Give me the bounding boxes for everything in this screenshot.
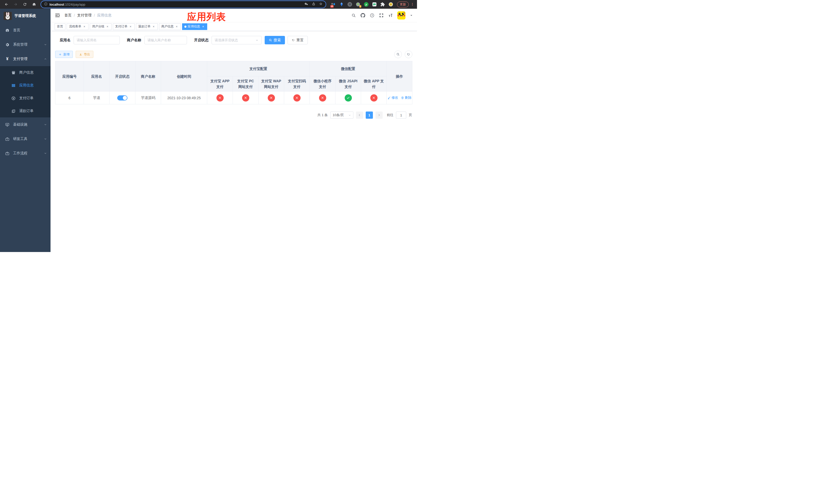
chevron-down-icon bbox=[44, 137, 47, 140]
sidebar-item-home[interactable]: 首页 bbox=[0, 23, 50, 38]
font-size-icon[interactable] bbox=[388, 13, 393, 18]
refresh-button[interactable] bbox=[405, 50, 412, 58]
sidebar-item-payment[interactable]: ¥ 支付管理 bbox=[0, 52, 50, 66]
merchant-name-input-wrap bbox=[145, 36, 187, 44]
col-app-name: 应用名 bbox=[84, 61, 110, 92]
status-indicator bbox=[268, 94, 275, 101]
sidebar-item-system[interactable]: 系统管理 bbox=[0, 38, 50, 52]
extension-puzzle-icon[interactable] bbox=[380, 2, 385, 7]
close-icon[interactable]: × bbox=[83, 25, 86, 28]
status-indicator bbox=[370, 94, 377, 101]
caret-down-icon[interactable] bbox=[410, 14, 413, 17]
sidebar: 芋道管理系统 首页 系统管理 ¥ 支付管理 商户信息 bbox=[0, 9, 50, 252]
breadcrumb-current: 应用信息 bbox=[97, 13, 112, 18]
gear-icon bbox=[5, 43, 9, 47]
col-actions: 操作 bbox=[387, 61, 412, 92]
sidebar-item-label: 应用信息 bbox=[19, 83, 47, 88]
app-name-input[interactable] bbox=[77, 38, 117, 42]
search-icon[interactable] bbox=[351, 13, 356, 18]
home-icon[interactable] bbox=[30, 1, 38, 8]
forward-icon[interactable] bbox=[12, 1, 20, 8]
extension-recorder-icon[interactable]: 1 bbox=[355, 2, 360, 7]
sidebar-item-workflow[interactable]: 工作流程 bbox=[0, 146, 50, 160]
extension-yudao-icon[interactable]: y bbox=[364, 2, 369, 7]
shop-icon bbox=[11, 70, 16, 75]
extension-pin-icon[interactable]: 10 bbox=[331, 2, 336, 7]
chevron-left-icon bbox=[358, 114, 361, 117]
svg-text:?: ? bbox=[371, 14, 373, 17]
bookmark-star-icon[interactable] bbox=[319, 2, 323, 7]
search-button[interactable]: 搜索 bbox=[265, 36, 285, 44]
cell-app-name: 芋道 bbox=[84, 92, 110, 104]
tags-view-bar: 首页 流程表单× 用户分组× 支付订单× 退款订单× 商户信息× 应用信息× bbox=[50, 22, 417, 31]
tab-refund-orders[interactable]: 退款订单× bbox=[136, 23, 158, 30]
app-name-input-wrap bbox=[73, 36, 120, 44]
back-icon[interactable] bbox=[3, 1, 10, 8]
extension-gem-icon[interactable] bbox=[339, 2, 344, 7]
help-icon[interactable]: ? bbox=[370, 13, 374, 18]
sidebar-item-refund-orders[interactable]: 退款订单 bbox=[0, 105, 50, 117]
status-toggle[interactable] bbox=[117, 95, 128, 100]
password-key-icon[interactable] bbox=[305, 2, 308, 7]
sidebar-item-merchant-info[interactable]: 商户信息 bbox=[0, 66, 50, 79]
chevron-right-icon bbox=[377, 114, 380, 117]
merchant-name-input[interactable] bbox=[148, 38, 184, 42]
navbar-actions: ? bbox=[351, 11, 413, 20]
tab-home[interactable]: 首页 bbox=[54, 23, 65, 30]
sidebar-collapse-icon[interactable] bbox=[54, 13, 60, 18]
fullscreen-icon[interactable] bbox=[379, 13, 384, 18]
close-icon[interactable]: × bbox=[175, 25, 178, 28]
user-avatar[interactable] bbox=[397, 11, 405, 20]
toggle-search-button[interactable] bbox=[394, 50, 402, 58]
page-info-icon[interactable] bbox=[44, 2, 47, 7]
close-icon[interactable]: × bbox=[201, 25, 205, 28]
edit-link[interactable]: 修改 bbox=[388, 95, 398, 100]
chevron-down-icon bbox=[44, 123, 47, 126]
bunny-logo-icon bbox=[4, 12, 12, 20]
screen: localhost:1024/pay/app 10 ⌘ 1 y bbox=[0, 0, 417, 252]
tab-process-form[interactable]: 流程表单× bbox=[67, 23, 88, 30]
cell-alipay-qr bbox=[284, 92, 310, 104]
github-icon[interactable] bbox=[360, 13, 365, 18]
close-icon[interactable]: × bbox=[129, 25, 132, 28]
sidebar-item-infrastructure[interactable]: 基础设施 bbox=[0, 117, 50, 132]
url-bar[interactable]: localhost:1024/pay/app bbox=[41, 1, 326, 8]
tab-pay-orders[interactable]: 支付订单× bbox=[113, 23, 135, 30]
sidebar-item-label: 商户信息 bbox=[19, 70, 47, 75]
extension-chat-icon[interactable] bbox=[372, 2, 377, 7]
prev-page-button[interactable] bbox=[356, 112, 363, 119]
goto-label: 前往 bbox=[387, 113, 393, 117]
add-button[interactable]: 新增 bbox=[55, 51, 73, 58]
goto-page-input[interactable] bbox=[396, 112, 406, 119]
breadcrumb-home[interactable]: 首页 bbox=[64, 13, 71, 18]
share-icon[interactable] bbox=[312, 2, 315, 7]
tab-app-info[interactable]: 应用信息× bbox=[182, 23, 207, 30]
col-status: 开启状态 bbox=[110, 61, 135, 92]
tab-user-group[interactable]: 用户分组× bbox=[90, 23, 112, 30]
tab-merchant-info[interactable]: 商户信息× bbox=[159, 23, 181, 30]
col-wx-app: 微信 APP 支付 bbox=[361, 76, 387, 92]
dashboard-icon bbox=[5, 28, 9, 32]
sidebar-item-pay-orders[interactable]: 支付订单 bbox=[0, 92, 50, 105]
sidebar-item-app-info[interactable]: 应用信息 bbox=[0, 79, 50, 92]
col-group-alipay: 支付宝配置 bbox=[207, 61, 310, 76]
extension-command-icon[interactable]: ⌘ bbox=[347, 2, 352, 7]
next-page-button[interactable] bbox=[375, 112, 382, 119]
delete-link[interactable]: 删除 bbox=[401, 95, 412, 100]
pagination: 共 1 条 10条/页 1 前往 页 bbox=[55, 112, 412, 119]
profile-avatar-icon[interactable] bbox=[388, 2, 393, 7]
chevron-down-icon bbox=[44, 43, 47, 46]
status-select[interactable]: 请选择开启状态 bbox=[212, 36, 262, 44]
browser-menu-icon[interactable] bbox=[410, 3, 414, 6]
page-number-1[interactable]: 1 bbox=[366, 112, 373, 119]
close-icon[interactable]: × bbox=[106, 25, 109, 28]
toolbox-icon bbox=[5, 137, 9, 141]
sidebar-item-dev-tools[interactable]: 研发工具 bbox=[0, 132, 50, 146]
breadcrumb-payment[interactable]: 支付管理 bbox=[77, 13, 91, 18]
export-button[interactable]: 导出 bbox=[76, 51, 93, 58]
reset-button[interactable]: 重置 bbox=[287, 36, 308, 44]
chrome-update-button[interactable]: 更新 bbox=[397, 2, 409, 7]
reload-icon[interactable] bbox=[21, 1, 29, 8]
page-size-select[interactable]: 10条/页 bbox=[330, 112, 353, 119]
close-icon[interactable]: × bbox=[152, 25, 155, 28]
